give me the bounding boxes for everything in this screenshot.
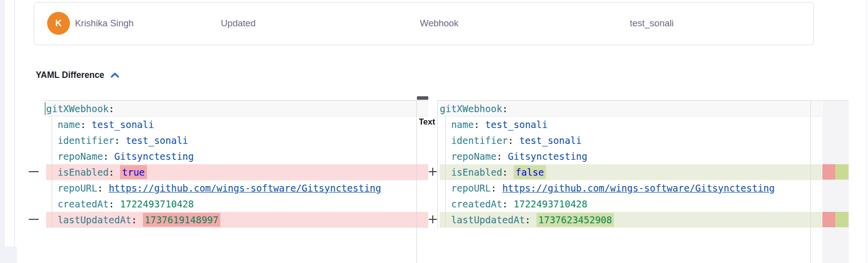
audit-resource-type: Webhook [420,18,459,29]
avatar: K [47,12,70,35]
yaml-value: 1722493710428 [120,198,194,209]
code-line[interactable]: createdAt: 1722493710428 [46,196,428,212]
diff-original-pane[interactable]: gitXWebhook: name: test_sonali identifie… [44,100,428,263]
audit-event-row: K Krishika Singh Updated Webhook test_so… [34,2,814,45]
yaml-value: false [514,165,546,179]
overview-ruler[interactable] [822,100,849,263]
code-line[interactable]: repoName: Gitsynctesting [46,148,428,164]
yaml-value: 1722493710428 [514,198,588,209]
yaml-key: isEnabled [451,167,502,178]
yaml-value: 1737623452908 [536,213,614,227]
yaml-value: test_sonali [485,119,548,130]
pane-divider[interactable] [416,100,417,263]
yaml-key: repoName [451,151,497,162]
repo-url-link[interactable]: https://github.com/wings-software/Gitsyn… [502,183,775,194]
yaml-key: lastUpdatedAt [451,214,525,225]
ruler-added-marker [835,164,849,180]
yaml-value: test_sonali [126,135,188,146]
yaml-key: identifier [451,135,508,146]
code-line[interactable]: isEnabled: false [440,164,822,180]
code-line[interactable]: repoURL: https://github.com/wings-softwa… [46,180,428,196]
code-line[interactable]: identifier: test_sonali [46,132,428,148]
repo-url-link[interactable]: https://github.com/wings-software/Gitsyn… [109,183,381,194]
yaml-key: name [58,119,80,130]
chevron-up-icon [110,71,120,79]
audit-action: Updated [221,18,256,29]
modified-pane-inner-border [810,100,811,263]
audit-user-name: Krishika Singh [75,18,134,29]
diff-modified-pane[interactable]: gitXWebhook: name: test_sonali identifie… [437,100,822,263]
yaml-key: gitXWebhook [46,103,109,114]
yaml-key: repoURL [58,183,97,194]
yaml-key: createdAt [58,198,109,209]
left-rail-divider [14,0,15,247]
code-line[interactable]: repoName: Gitsynctesting [440,148,822,164]
middle-text-label: Text [419,117,435,127]
yaml-key: lastUpdatedAt [58,214,132,225]
modified-pane-border [437,100,438,228]
ruler-removed-marker [822,212,835,227]
yaml-difference-header: YAML Difference [36,70,120,80]
code-line[interactable]: gitXWebhook: [440,101,822,117]
yaml-key: identifier [58,135,114,146]
text-cursor [45,102,46,115]
code-line[interactable]: isEnabled: true [46,164,428,180]
ruler-removed-marker [822,164,835,180]
right-viewport-edge [866,0,867,263]
removed-line-indicator-icon [29,171,39,172]
removed-line-indicator-icon [29,219,39,220]
yaml-value: test_sonali [519,135,582,146]
audit-yaml-diff-page: K Krishika Singh Updated Webhook test_so… [0,0,868,263]
added-line-indicator-icon [428,167,437,176]
yaml-key: repoName [58,151,103,162]
yaml-key: name [451,119,474,130]
yaml-value: Gitsynctesting [508,151,587,162]
indent-guide-left [52,117,52,228]
code-line[interactable]: lastUpdatedAt: 1737619148997 [46,212,428,228]
code-line[interactable]: name: test_sonali [440,117,822,132]
splitter-handle[interactable] [417,96,428,100]
yaml-value: true [120,165,147,179]
code-line[interactable]: createdAt: 1722493710428 [440,196,822,212]
yaml-key: isEnabled [58,167,109,178]
code-line[interactable]: identifier: test_sonali [440,132,822,148]
code-line[interactable]: name: test_sonali [46,117,428,132]
audit-resource-name: test_sonali [630,18,673,29]
indent-guide-right [445,117,446,228]
yaml-key: repoURL [451,183,491,194]
yaml-key: gitXWebhook [440,103,502,114]
yaml-difference-collapse-button[interactable] [110,71,120,79]
yaml-value: Gitsynctesting [114,151,194,162]
left-page-rail [0,0,5,263]
ruler-added-marker [835,212,849,227]
yaml-difference-title: YAML Difference [36,70,104,80]
yaml-value: test_sonali [92,119,154,130]
yaml-key: createdAt [451,198,502,209]
added-line-indicator-icon [428,215,437,224]
yaml-value: 1737619148997 [143,213,221,227]
code-line[interactable]: lastUpdatedAt: 1737623452908 [440,212,822,228]
code-line[interactable]: gitXWebhook: [46,101,428,117]
code-line[interactable]: repoURL: https://github.com/wings-softwa… [440,180,822,196]
left-rail-bottom-block [0,247,17,263]
